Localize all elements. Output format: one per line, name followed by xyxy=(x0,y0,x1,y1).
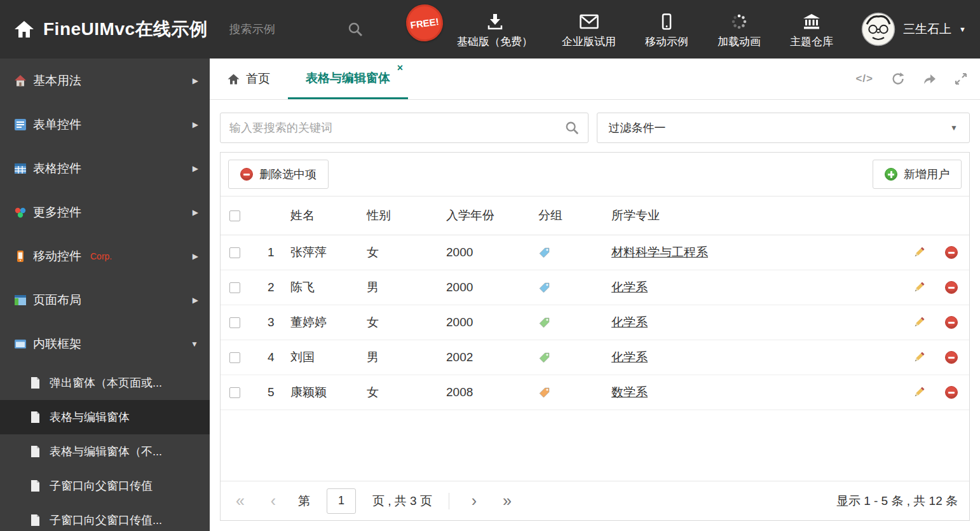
sidebar-item-iframe[interactable]: 内联框架 ▼ xyxy=(0,322,210,366)
sidebar-item-mobile-controls[interactable]: 移动控件 Corp. ▶ xyxy=(0,234,210,278)
user-menu[interactable]: 三生石上 ▼ xyxy=(861,12,966,46)
expand-icon[interactable] xyxy=(955,72,967,85)
chevron-down-icon: ▼ xyxy=(191,340,198,348)
delete-icon[interactable] xyxy=(934,281,969,294)
sidebar-subitem-label: 表格与编辑窗体 xyxy=(50,410,130,425)
sidebar-item-label: 更多控件 xyxy=(33,204,81,221)
edit-icon[interactable] xyxy=(904,316,934,329)
close-icon[interactable]: × xyxy=(397,63,403,73)
tab-strip: 首页 表格与编辑窗体 × </> xyxy=(210,59,980,100)
cell-gender: 女 xyxy=(367,384,446,401)
delete-icon[interactable] xyxy=(934,316,969,329)
tag-icon xyxy=(538,282,611,294)
cell-gender: 男 xyxy=(367,349,446,366)
nav-item-basic-free[interactable]: FREE! 基础版（免费） xyxy=(457,10,533,49)
chevron-right-icon: ▶ xyxy=(193,164,198,173)
user-name: 三生石上 xyxy=(903,21,951,38)
filter-dropdown[interactable]: 过滤条件一 ▼ xyxy=(597,113,970,143)
layout-icon xyxy=(14,294,27,307)
sidebar-subitem-child-to-parent-2[interactable]: 子窗口向父窗口传值... xyxy=(0,503,210,531)
delete-icon[interactable] xyxy=(934,246,969,259)
nav-item-loading-animation[interactable]: 加载动画 xyxy=(718,10,761,49)
column-group: 分组 xyxy=(538,207,611,224)
minus-circle-icon xyxy=(240,168,253,181)
sidebar-subitem-grid-edit-window[interactable]: 表格与编辑窗体 xyxy=(0,400,210,434)
cell-gender: 女 xyxy=(367,244,446,261)
sidebar-item-label: 内联框架 xyxy=(33,336,81,352)
bank-icon xyxy=(803,13,820,30)
tab-grid-edit-window[interactable]: 表格与编辑窗体 × xyxy=(288,59,408,99)
column-entrance-year: 入学年份 xyxy=(446,207,538,224)
search-icon[interactable] xyxy=(565,121,579,135)
delete-icon[interactable] xyxy=(934,351,969,364)
form-icon xyxy=(14,118,27,131)
sidebar-item-page-layout[interactable]: 页面布局 ▶ xyxy=(0,278,210,322)
sidebar-item-form-controls[interactable]: 表单控件 ▶ xyxy=(0,102,210,146)
chevron-right-icon: ▶ xyxy=(193,120,198,129)
filter-row: 过滤条件一 ▼ xyxy=(220,113,970,143)
edit-icon[interactable] xyxy=(904,386,934,399)
prev-page-button[interactable]: ‹ xyxy=(265,493,282,509)
row-checkbox[interactable] xyxy=(229,317,240,328)
caret-down-icon: ▼ xyxy=(950,123,958,132)
nav-label-mobile-demo: 移动示例 xyxy=(645,34,688,49)
row-checkbox[interactable] xyxy=(229,352,240,363)
page-label-suffix: 页 , 共 3 页 xyxy=(372,493,432,509)
chevron-right-icon: ▶ xyxy=(193,296,198,305)
major-link[interactable]: 化学系 xyxy=(611,349,648,366)
nav-label-basic-free: 基础版（免费） xyxy=(457,34,533,49)
nav-item-theme-store[interactable]: 主题仓库 xyxy=(790,10,833,49)
tag-icon xyxy=(538,247,611,259)
cell-name: 董婷婷 xyxy=(290,314,367,331)
edit-icon[interactable] xyxy=(904,246,934,259)
tab-home-label: 首页 xyxy=(246,71,270,87)
row-checkbox[interactable] xyxy=(229,247,240,258)
header-nav: FREE! 基础版（免费） 企业版试用 移动示例 xyxy=(457,10,833,49)
keyword-search-input[interactable] xyxy=(229,121,565,135)
row-number: 3 xyxy=(251,315,290,329)
delete-icon[interactable] xyxy=(934,386,969,399)
nav-item-enterprise-trial[interactable]: 企业版试用 xyxy=(562,10,616,49)
sidebar-subitem-child-to-parent[interactable]: 子窗口向父窗口传值 xyxy=(0,469,210,503)
brand[interactable]: FineUIMvc在线示例 xyxy=(14,17,208,41)
row-number: 5 xyxy=(251,385,290,399)
major-link[interactable]: 数学系 xyxy=(611,384,648,401)
next-page-button[interactable]: › xyxy=(466,493,482,509)
select-all-checkbox[interactable] xyxy=(229,210,240,221)
refresh-icon[interactable] xyxy=(891,72,905,86)
major-link[interactable]: 化学系 xyxy=(611,279,648,296)
sidebar-subitem-grid-edit-window-2[interactable]: 表格与编辑窗体（不... xyxy=(0,434,210,469)
file-icon xyxy=(29,479,41,492)
sidebar-item-grid-controls[interactable]: 表格控件 ▶ xyxy=(0,146,210,190)
cell-year: 2002 xyxy=(446,350,538,364)
sidebar-item-more-controls[interactable]: 更多控件 ▶ xyxy=(0,190,210,234)
sidebar-subitem-popup-window[interactable]: 弹出窗体（本页面或... xyxy=(0,366,210,400)
source-code-icon[interactable]: </> xyxy=(855,72,873,85)
first-page-button[interactable]: « xyxy=(232,493,248,509)
share-icon[interactable] xyxy=(923,72,937,85)
table-icon xyxy=(14,162,27,175)
envelope-icon xyxy=(580,13,599,30)
main-content: 首页 表格与编辑窗体 × </> xyxy=(210,59,980,531)
delete-selected-button[interactable]: 删除选中项 xyxy=(228,160,329,189)
major-link[interactable]: 化学系 xyxy=(611,314,648,331)
tab-home[interactable]: 首页 xyxy=(228,59,288,99)
edit-icon[interactable] xyxy=(904,351,934,364)
major-link[interactable]: 材料科学与工程系 xyxy=(611,244,708,261)
mobile-colored-icon xyxy=(14,250,27,263)
table-header-row: 姓名 性别 入学年份 分组 所学专业 xyxy=(221,196,969,235)
edit-icon[interactable] xyxy=(904,281,934,294)
nav-label-theme-store: 主题仓库 xyxy=(790,34,833,49)
chevron-right-icon: ▶ xyxy=(193,208,198,217)
nav-item-mobile-demo[interactable]: 移动示例 xyxy=(645,10,688,49)
sidebar-item-basic-usage[interactable]: 基本用法 ▶ xyxy=(0,59,210,102)
last-page-button[interactable]: » xyxy=(499,493,515,509)
page-number-input[interactable] xyxy=(327,488,356,514)
cell-year: 2008 xyxy=(446,385,538,399)
header-search-input[interactable] xyxy=(229,23,325,36)
row-checkbox[interactable] xyxy=(229,387,240,398)
table-row: 4 刘国 男 2002 化学系 xyxy=(221,340,969,375)
search-icon[interactable] xyxy=(348,22,363,37)
add-user-button[interactable]: 新增用户 xyxy=(873,160,962,189)
row-checkbox[interactable] xyxy=(229,282,240,293)
